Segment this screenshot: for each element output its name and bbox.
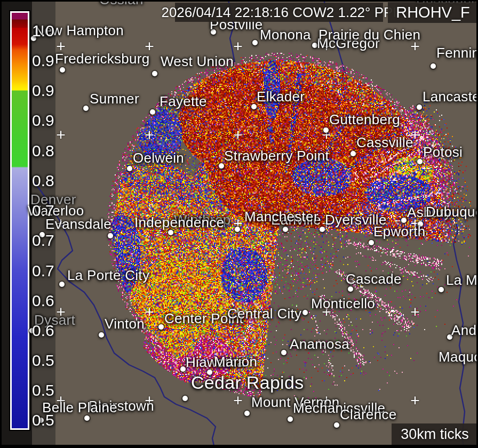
colorbar-tick-label: 0.7 [32, 262, 54, 280]
city-dot-icon [182, 396, 188, 401]
city-label: Fennimore [436, 46, 478, 60]
km-tick-cross-icon: + [233, 127, 243, 143]
city-label: Oelwein [133, 151, 184, 165]
city-dot-icon [158, 324, 164, 330]
city-label: La Porte City [67, 268, 149, 283]
city-label: Monona [260, 28, 311, 42]
city-dot-icon [369, 240, 374, 245]
city-label: Fredericksburg [55, 52, 150, 66]
city-dot-icon [348, 286, 353, 292]
city-label: Guttenberg [329, 113, 400, 127]
city-dot-icon [417, 159, 423, 164]
city-label: Anamosa [290, 337, 349, 351]
range-tick-box: 30km ticks [392, 423, 478, 445]
city-dot-icon [350, 151, 356, 156]
radar-display-window: 1.00.90.90.90.80.80.70.70.70.60.60.50.50… [0, 0, 478, 448]
colorbar-tick-label: 0.7 [32, 231, 54, 250]
colorbar-frame [10, 11, 29, 430]
colorbar-tick-label: 0.5 [32, 381, 54, 399]
colorbar [9, 10, 30, 431]
city-label: Evansdale [45, 217, 111, 231]
km-tick-cross-icon: + [233, 393, 243, 409]
city-label: Dubuque [426, 205, 478, 219]
city-dot-icon [401, 218, 407, 223]
colorbar-tick-label: 1.0 [32, 22, 54, 40]
city-dot-icon [431, 63, 436, 69]
colorbar-tick-label: 0.6 [32, 322, 54, 340]
city-dot-icon [83, 106, 89, 111]
field-name-label: RHOHV_F [396, 4, 470, 21]
title-bar: 2026/04/14 22:18:16 COW2 1.22° PPI [175, 3, 383, 22]
scan-title: 2026/04/14 22:18:16 COW2 1.22° PPI [161, 4, 396, 21]
city-dot-icon [439, 287, 444, 292]
km-tick-cross-icon: + [56, 127, 66, 143]
city-dot-icon [251, 104, 257, 109]
field-name-box: RHOHV_F [388, 2, 478, 23]
colorbar-tick-label: 0.9 [32, 82, 54, 100]
colorbar-gradient [12, 13, 28, 428]
city-label: Lancaster [423, 90, 478, 104]
km-tick-cross-icon: + [145, 304, 154, 320]
city-label: Marion [214, 355, 257, 369]
city-label: Central City [227, 307, 301, 321]
city-label: Fayette [160, 94, 207, 109]
city-dot-icon [288, 417, 293, 422]
city-dot-icon [99, 332, 104, 338]
city-dot-icon [127, 166, 132, 171]
city-label: La Motte [446, 273, 478, 287]
city-label: Monticello [311, 297, 375, 311]
city-dot-icon [417, 105, 422, 110]
city-dot-icon [150, 109, 155, 115]
km-tick-cross-icon: + [233, 38, 243, 54]
city-dot-icon [219, 163, 224, 169]
city-dot-icon [60, 67, 65, 73]
city-dot-icon [244, 411, 250, 416]
city-label: Cedar Rapids [191, 373, 304, 393]
km-tick-cross-icon: + [145, 127, 154, 143]
km-tick-cross-icon: + [410, 304, 420, 320]
colorbar-tick-label: 0.9 [32, 52, 54, 70]
city-label: Andrew [451, 323, 478, 338]
colorbar-tick-label: 0.8 [32, 142, 54, 160]
colorbar-tick-label: 0.5 [32, 351, 54, 370]
colorbar-tick-label: 0.7 [32, 202, 54, 220]
city-dot-icon [59, 282, 65, 287]
city-dot-icon [152, 71, 157, 76]
city-dot-icon [323, 127, 329, 133]
city-label: Independence [134, 215, 224, 230]
city-label: Elkader [257, 90, 305, 104]
city-label: Strawberry Point [224, 149, 329, 163]
city-dot-icon [168, 230, 173, 235]
city-dot-icon [108, 233, 113, 238]
city-dot-icon [334, 422, 339, 428]
city-label: Maquoketa [439, 350, 478, 364]
city-dot-icon [281, 350, 286, 355]
city-label: Epworth [373, 225, 425, 239]
colorbar-tick-label: 0.5 [32, 411, 54, 429]
city-label: Prairie du Chien [318, 28, 420, 42]
km-tick-cross-icon: + [410, 393, 420, 409]
city-label: Cassville [356, 135, 413, 150]
colorbar-tick-label: 0.6 [32, 292, 54, 310]
city-label: West Union [161, 54, 234, 69]
city-label: Cascade [346, 272, 402, 286]
range-tick-label: 30km ticks [401, 426, 469, 443]
city-label: Potosi [423, 145, 463, 159]
colorbar-tick-label: 0.8 [32, 172, 54, 190]
city-label: Manchester [244, 210, 318, 224]
city-label: Ossian [99, 0, 144, 7]
city-dot-icon [180, 366, 186, 372]
city-dot-icon [235, 227, 240, 232]
city-label: Vinton [105, 317, 145, 331]
city-dot-icon [252, 40, 258, 45]
city-label: Clarence [340, 407, 396, 422]
city-label: Sumner [90, 92, 139, 106]
city-dot-icon [302, 310, 308, 315]
city-dot-icon [84, 415, 90, 421]
colorbar-tick-label: 0.9 [32, 111, 54, 130]
